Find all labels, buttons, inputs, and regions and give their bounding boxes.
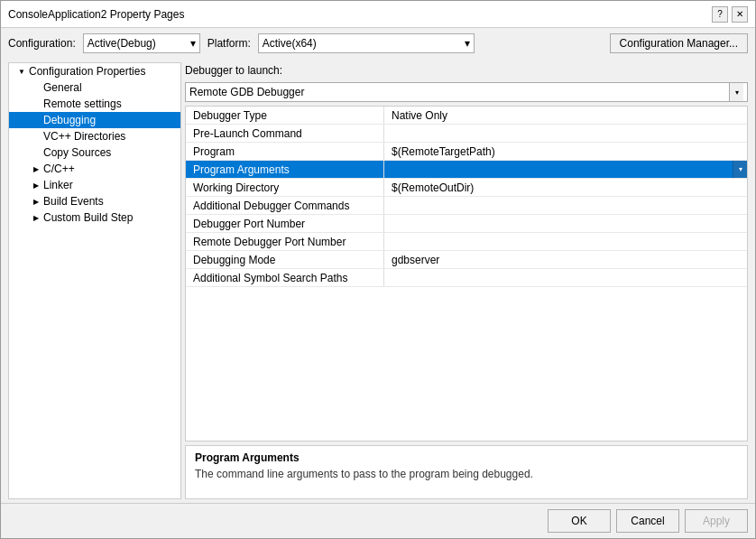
- tree-label-vc-dirs: VC++ Directories: [43, 130, 125, 143]
- prop-row-1[interactable]: Pre-Launch Command: [186, 125, 747, 143]
- prop-value-2: $(RemoteTargetPath): [384, 145, 747, 158]
- tree-label-custom-build-step: Custom Build Step: [43, 211, 133, 224]
- tree-item-config-props[interactable]: ▼Configuration Properties: [9, 63, 180, 79]
- info-description: The command line arguments to pass to th…: [195, 468, 738, 480]
- debugger-dropdown-arrow: ▾: [729, 83, 743, 101]
- prop-name-9: Additional Symbol Search Paths: [186, 269, 384, 286]
- tree-item-remote-settings[interactable]: Remote settings: [9, 96, 180, 112]
- tree-label-remote-settings: Remote settings: [43, 98, 122, 110]
- tree-label-general: General: [43, 81, 82, 94]
- prop-value-0: Native Only: [384, 109, 747, 122]
- prop-name-0: Debugger Type: [186, 107, 384, 124]
- footer: OK Cancel Apply: [1, 503, 755, 538]
- prop-row-2[interactable]: Program$(RemoteTargetPath): [186, 143, 747, 161]
- main-content: ▼Configuration PropertiesGeneralRemote s…: [1, 59, 755, 503]
- platform-value: Active(x64): [263, 37, 317, 50]
- right-panel: Debugger to launch: Remote GDB Debugger …: [185, 62, 748, 499]
- config-value: Active(Debug): [88, 37, 156, 50]
- tree-item-linker[interactable]: ▶Linker: [9, 177, 180, 193]
- cancel-button[interactable]: Cancel: [616, 509, 679, 533]
- prop-value-8: gdbserver: [384, 254, 747, 266]
- property-pages-dialog: ConsoleApplication2 Property Pages ? ✕ C…: [0, 0, 756, 539]
- prop-row-6[interactable]: Debugger Port Number: [186, 215, 747, 233]
- title-controls: ? ✕: [712, 6, 748, 23]
- config-dropdown[interactable]: Active(Debug): [83, 33, 200, 53]
- tree-item-vc-dirs[interactable]: VC++ Directories: [9, 128, 180, 144]
- tree-arrow-build-events: ▶: [31, 198, 41, 206]
- dialog-title: ConsoleApplication2 Property Pages: [8, 8, 184, 21]
- prop-name-4: Working Directory: [186, 179, 384, 196]
- tree-arrow-config-props: ▼: [16, 68, 27, 76]
- prop-row-0[interactable]: Debugger TypeNative Only: [186, 107, 747, 125]
- prop-name-2: Program: [186, 143, 384, 160]
- properties-table: Debugger TypeNative OnlyPre-Launch Comma…: [185, 106, 748, 441]
- tree-item-copy-sources[interactable]: Copy Sources: [9, 144, 180, 161]
- debugger-dropdown[interactable]: Remote GDB Debugger ▾: [185, 82, 748, 102]
- info-panel: Program Arguments The command line argum…: [185, 445, 748, 499]
- prop-row-7[interactable]: Remote Debugger Port Number: [186, 233, 747, 251]
- title-bar: ConsoleApplication2 Property Pages ? ✕: [1, 1, 755, 28]
- prop-name-5: Additional Debugger Commands: [186, 197, 384, 214]
- tree-item-custom-build-step[interactable]: ▶Custom Build Step: [9, 209, 180, 226]
- prop-row-3[interactable]: Program Arguments▾: [186, 161, 747, 179]
- tree-item-general[interactable]: General: [9, 79, 180, 96]
- prop-name-8: Debugging Mode: [186, 251, 384, 268]
- tree-label-config-props: Configuration Properties: [29, 65, 145, 78]
- prop-row-4[interactable]: Working Directory$(RemoteOutDir): [186, 179, 747, 197]
- config-manager-button[interactable]: Configuration Manager...: [610, 33, 748, 53]
- prop-row-9[interactable]: Additional Symbol Search Paths: [186, 269, 747, 287]
- tree-arrow-linker: ▶: [31, 181, 41, 190]
- close-button[interactable]: ✕: [732, 6, 748, 23]
- prop-value-dropdown-arrow-3[interactable]: ▾: [733, 161, 747, 178]
- prop-value-4: $(RemoteOutDir): [384, 181, 747, 194]
- config-row: Configuration: Active(Debug) Platform: A…: [1, 28, 755, 59]
- config-dropdown-arrow: [190, 37, 196, 50]
- tree-item-build-events[interactable]: ▶Build Events: [9, 193, 180, 209]
- apply-button[interactable]: Apply: [685, 509, 748, 533]
- prop-name-3: Program Arguments: [186, 161, 384, 178]
- tree-label-copy-sources: Copy Sources: [43, 146, 111, 159]
- platform-dropdown[interactable]: Active(x64): [258, 33, 475, 53]
- tree-item-debugging[interactable]: Debugging: [9, 112, 180, 128]
- prop-name-1: Pre-Launch Command: [186, 125, 384, 142]
- debugger-value: Remote GDB Debugger: [189, 86, 304, 98]
- platform-dropdown-arrow: [465, 37, 470, 50]
- info-title: Program Arguments: [195, 451, 738, 464]
- tree-label-build-events: Build Events: [43, 195, 104, 208]
- tree-arrow-cpp: ▶: [31, 165, 41, 173]
- tree-label-debugging: Debugging: [43, 114, 96, 126]
- prop-name-6: Debugger Port Number: [186, 215, 384, 232]
- tree-label-linker: Linker: [43, 179, 73, 191]
- help-button[interactable]: ?: [712, 6, 728, 23]
- prop-row-5[interactable]: Additional Debugger Commands: [186, 197, 747, 215]
- config-label: Configuration:: [8, 37, 76, 50]
- platform-label: Platform:: [207, 37, 251, 50]
- left-panel: ▼Configuration PropertiesGeneralRemote s…: [8, 62, 181, 499]
- tree-label-cpp: C/C++: [43, 163, 75, 175]
- prop-name-7: Remote Debugger Port Number: [186, 233, 384, 250]
- prop-row-8[interactable]: Debugging Modegdbserver: [186, 251, 747, 269]
- tree-item-cpp[interactable]: ▶C/C++: [9, 161, 180, 177]
- tree-arrow-custom-build-step: ▶: [31, 214, 41, 222]
- ok-button[interactable]: OK: [548, 509, 611, 533]
- debugger-launch-label: Debugger to launch:: [185, 62, 748, 79]
